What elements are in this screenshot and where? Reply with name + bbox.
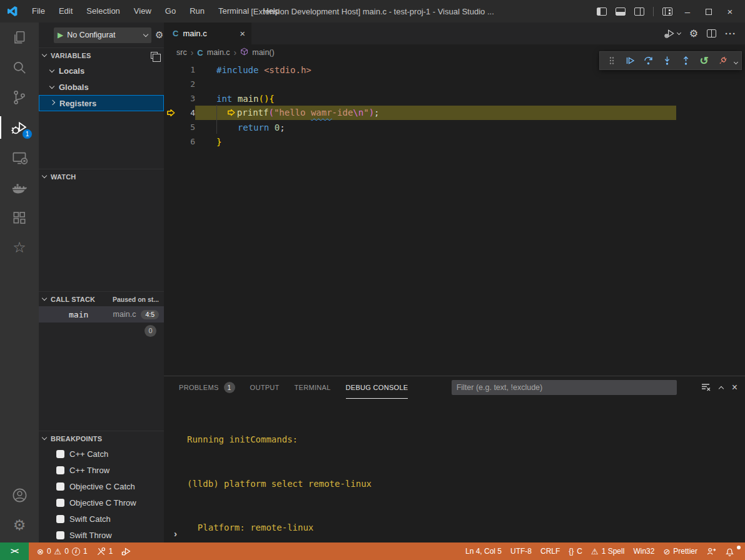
variables-item-registers[interactable]: Registers <box>39 95 164 111</box>
breadcrumb-folder[interactable]: src <box>176 48 187 57</box>
toggle-secondary-sidebar-icon[interactable] <box>634 8 644 16</box>
launch-config-dropdown[interactable]: ▶ No Configurat <box>54 28 151 43</box>
line-number[interactable]: 5 <box>179 122 195 132</box>
continue-button[interactable] <box>622 52 639 69</box>
line-number[interactable]: 3 <box>179 94 195 103</box>
breakpoint-gutter[interactable] <box>164 62 179 77</box>
menu-edit[interactable]: Edit <box>52 0 79 22</box>
toolbar-chevron-icon[interactable] <box>734 56 737 66</box>
line-number[interactable]: 4 <box>179 108 195 118</box>
tab-terminal[interactable]: TERMINAL <box>295 376 331 399</box>
code-line[interactable]: 3 int main(){ <box>164 91 745 106</box>
tab-main-c[interactable]: C main.c × <box>164 22 251 44</box>
step-out-button[interactable] <box>677 52 694 69</box>
checkbox[interactable] <box>56 450 64 458</box>
activity-run-debug[interactable]: 1 <box>0 112 39 142</box>
call-stack-header[interactable]: CALL STACK Paused on st... <box>39 291 164 306</box>
feedback-button[interactable] <box>702 547 721 556</box>
close-tab-icon[interactable]: × <box>240 28 245 39</box>
activity-search[interactable] <box>0 52 39 82</box>
tab-output[interactable]: OUTPUT <box>250 376 280 399</box>
toggle-panel-icon[interactable] <box>616 8 626 16</box>
menu-go[interactable]: Go <box>158 0 183 22</box>
step-into-button[interactable] <box>659 52 676 69</box>
console-filter-input[interactable] <box>452 380 677 395</box>
breakpoint-gutter[interactable] <box>164 77 179 91</box>
configure-gear-icon[interactable]: ⚙ <box>155 29 163 41</box>
variables-header[interactable]: VARIABLES <box>39 48 164 62</box>
start-debug-icon[interactable]: ▶ <box>58 31 63 39</box>
line-number[interactable]: 1 <box>179 65 195 74</box>
restart-button[interactable]: ↺ <box>696 52 712 69</box>
maximize-panel-icon[interactable] <box>719 383 723 392</box>
step-over-button[interactable] <box>641 52 657 69</box>
checkbox[interactable] <box>56 515 64 523</box>
code-line[interactable]: 2 <box>164 77 745 91</box>
variables-action-icon[interactable] <box>151 52 158 59</box>
breadcrumb-symbol[interactable]: main() <box>252 48 274 57</box>
checkbox[interactable] <box>56 531 64 539</box>
editor-gear-icon[interactable]: ⚙ <box>689 28 698 39</box>
menu-file[interactable]: File <box>25 0 52 22</box>
menu-view[interactable]: View <box>127 0 158 22</box>
debug-console-output[interactable]: Running initCommands: (lldb) platform se… <box>164 399 745 560</box>
breakpoint-gutter[interactable] <box>164 91 179 106</box>
eol-selector[interactable]: CRLF <box>536 547 564 556</box>
close-button[interactable]: × <box>724 6 736 17</box>
activity-remote-explorer[interactable] <box>0 142 39 172</box>
activity-source-control[interactable] <box>0 82 39 112</box>
settings-button[interactable]: ⚙ <box>0 510 39 540</box>
account-button[interactable] <box>0 480 39 510</box>
code-line[interactable]: 6 } <box>164 134 745 149</box>
toggle-primary-sidebar-icon[interactable] <box>597 8 607 16</box>
code-line[interactable]: 5 return 0; <box>164 120 745 134</box>
activity-favorites[interactable]: ☆ <box>0 232 39 262</box>
problems-status[interactable]: ⊗0 ⚠0 i1 <box>33 547 92 556</box>
close-panel-icon[interactable]: × <box>732 382 737 393</box>
breakpoints-header[interactable]: BREAKPOINTS <box>39 431 164 446</box>
platform-target[interactable]: Win32 <box>629 547 659 556</box>
activity-extensions[interactable] <box>0 202 39 232</box>
stack-frame-row[interactable]: main main.c 4:5 <box>39 306 164 322</box>
maximize-button[interactable] <box>702 6 715 17</box>
breakpoint-row[interactable]: Objective C Throw <box>39 494 164 511</box>
thread-row[interactable]: 0 <box>39 322 164 339</box>
breakpoint-row[interactable]: Swift Catch <box>39 511 164 527</box>
breakpoint-row[interactable]: C++ Throw <box>39 462 164 478</box>
minimize-button[interactable]: – <box>681 6 694 17</box>
formatter-status[interactable]: ⊘ Prettier <box>659 547 702 556</box>
breadcrumb-file[interactable]: main.c <box>207 48 230 57</box>
checkbox[interactable] <box>56 482 64 491</box>
menu-run[interactable]: Run <box>183 0 211 22</box>
variables-item-globals[interactable]: Globals <box>39 79 164 95</box>
language-mode[interactable]: {} C <box>564 547 587 556</box>
menu-terminal[interactable]: Terminal <box>211 0 256 22</box>
checkbox[interactable] <box>56 466 64 474</box>
line-number[interactable]: 2 <box>179 79 195 89</box>
customize-layout-icon[interactable] <box>662 8 672 16</box>
remote-indicator[interactable]: >< <box>0 542 29 560</box>
breakpoint-gutter[interactable] <box>164 106 179 120</box>
notifications-button[interactable] <box>721 547 739 556</box>
breakpoint-row[interactable]: C++ Catch <box>39 446 164 462</box>
activity-docker[interactable] <box>0 172 39 202</box>
code-editor[interactable]: 1 #include <stdio.h> 2 3 int main(){ <box>164 61 745 376</box>
breakpoint-gutter[interactable] <box>164 134 179 149</box>
spell-checker-status[interactable]: ⚠ 1 Spell <box>587 547 629 556</box>
breakpoint-row[interactable]: Swift Throw <box>39 527 164 543</box>
code-line-stopped[interactable]: 4 printf("hello wamr-ide\n"); <box>164 106 745 120</box>
tab-debug-console[interactable]: DEBUG CONSOLE <box>346 376 408 399</box>
run-or-debug-button[interactable] <box>664 28 681 39</box>
menu-selection[interactable]: Selection <box>79 0 126 22</box>
encoding[interactable]: UTF-8 <box>506 547 536 556</box>
tab-problems[interactable]: PROBLEMS 1 <box>179 376 235 399</box>
more-actions-icon[interactable]: ··· <box>725 28 736 39</box>
variables-item-locals[interactable]: Locals <box>39 62 164 79</box>
toolbar-grip[interactable] <box>604 52 620 69</box>
watch-header[interactable]: WATCH <box>39 169 164 184</box>
disconnect-button[interactable] <box>714 52 731 69</box>
line-number[interactable]: 6 <box>179 137 195 146</box>
console-input-chevron-icon[interactable]: › <box>174 528 177 539</box>
split-editor-icon[interactable] <box>707 29 716 38</box>
checkbox[interactable] <box>56 499 64 507</box>
